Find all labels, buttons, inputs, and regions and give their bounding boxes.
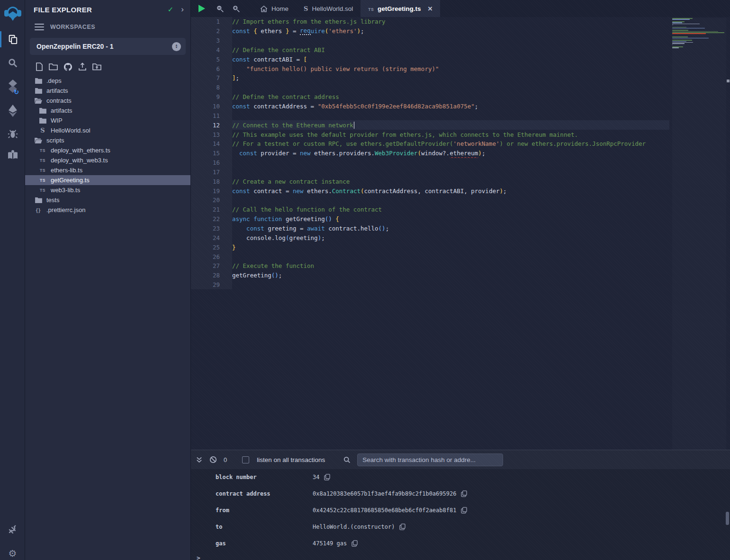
file-name: getGreeting.ts [51,177,90,184]
code-line-5[interactable]: 5const contractABI = [ [191,54,669,64]
folder-open-icon [35,98,42,104]
code-line-8[interactable]: 8 [191,83,669,92]
minimap-line [672,30,688,31]
check-icon[interactable]: ✓ [168,5,174,14]
line-content: // For a testnet or custom RPC, use ethe… [232,139,669,149]
folder-icon [35,78,42,84]
search-icon[interactable] [0,53,25,73]
chevron-right-icon[interactable]: › [181,5,184,14]
tree-item-deploy-with-ethers-ts[interactable]: TSdeploy_with_ethers.ts [25,145,190,155]
code-line-9[interactable]: 9// Define the contract address [191,92,669,102]
code-line-2[interactable]: 2const { ethers } = require('ethers'); [191,27,669,36]
code-line-4[interactable]: 4// Define the contract ABI [191,45,669,55]
code-line-29[interactable]: 29 [191,280,669,290]
tree-item-tests[interactable]: tests [25,195,190,205]
code-line-24[interactable]: 24 console.log(greeting); [191,233,669,242]
settings-icon[interactable]: ⚙ [0,543,25,560]
ruler-marker[interactable] [727,80,730,82]
code-line-1[interactable]: 1// Import ethers from the ethers.js lib… [191,17,669,27]
solidity-icon: S [39,127,46,134]
code-line-27[interactable]: 27// Execute the function [191,261,669,271]
code-line-26[interactable]: 26 [191,252,669,261]
tab-helloworld-sol[interactable]: SHelloWorld.sol [296,0,360,17]
line-number: 21 [191,205,232,214]
code-line-12[interactable]: 12// Connect to the Ethereum network [191,120,669,130]
line-content: } [232,242,669,252]
copy-icon[interactable] [351,540,358,547]
unit-testing-icon[interactable] [0,145,25,165]
code-line-28[interactable]: 28getGreeting(); [191,271,669,280]
code-line-18[interactable]: 18// Create a new contract instance [191,177,669,186]
copy-icon[interactable] [324,474,330,480]
zoom-in-icon[interactable] [228,0,244,17]
code-line-3[interactable]: 3 [191,36,669,45]
clear-console-icon[interactable] [209,456,217,463]
workspace-select[interactable]: OpenZeppelin ERC20 - 1 ▲▼ [30,38,186,55]
transaction-count: 0 [224,456,227,463]
solidity-compiler-icon[interactable]: ↻ [0,76,25,98]
code-line-14[interactable]: 14// For a testnet or custom RPC, use et… [191,139,669,149]
tree-item-scripts[interactable]: scripts [25,135,190,145]
collapse-terminal-icon[interactable] [196,456,203,463]
plugin-manager-icon[interactable] [0,520,25,540]
code-line-13[interactable]: 13// This example uses the default provi… [191,130,669,139]
zoom-out-icon[interactable] [212,0,228,17]
tree-item-helloworld-sol[interactable]: SHelloWorld.sol [25,125,190,135]
code-line-17[interactable]: 17 [191,168,669,177]
code-line-10[interactable]: 10const contractAddress = "0xb54febb5c0c… [191,102,669,111]
line-number: 17 [191,168,232,177]
workspaces-menu-icon[interactable] [35,22,44,32]
listen-checkbox[interactable] [242,456,249,463]
code-line-15[interactable]: 15 const provider = new ethers.providers… [191,149,669,158]
tree-item-contracts[interactable]: contracts [25,96,190,106]
code-line-7[interactable]: 7]; [191,73,669,83]
debugger-icon[interactable] [0,124,25,144]
terminal-scrollbar[interactable] [726,512,729,525]
file-name: deploy_with_ethers.ts [51,147,110,154]
tree-item--prettierrc-json[interactable]: {}.prettierrc.json [25,205,190,215]
copy-icon[interactable] [461,490,467,497]
terminal-search-input[interactable] [357,453,503,466]
tree-item-web3-lib-ts[interactable]: TSweb3-lib.ts [25,185,190,195]
workspace-stepper-icon[interactable]: ▲▼ [172,42,181,51]
remix-logo-icon[interactable] [0,3,25,25]
line-content: const contractAddress = "0xb54febb5c0c0f… [232,102,669,111]
line-number: 16 [191,158,232,168]
code-line-16[interactable]: 16 [191,158,669,168]
code-line-22[interactable]: 22async function getGreeting() { [191,214,669,224]
tree-item-getgreeting-ts[interactable]: TSgetGreeting.ts [25,175,190,185]
code-line-23[interactable]: 23 const greeting = await contract.hello… [191,224,669,233]
terminal-prompt[interactable]: > [191,551,730,560]
tree-item--deps[interactable]: .deps [25,76,190,86]
code-line-19[interactable]: 19const contract = new ethers.Contract(c… [191,186,669,196]
run-script-icon[interactable] [191,0,212,17]
tree-item-ethers-lib-ts[interactable]: TSethers-lib.ts [25,165,190,175]
tree-item-artifacts[interactable]: artifacts [25,86,190,96]
github-icon[interactable] [63,62,72,71]
line-number: 12 [191,120,232,130]
code-line-11[interactable]: 11 [191,111,669,120]
tree-item-artifacts[interactable]: artifacts [25,106,190,116]
copy-icon[interactable] [399,524,406,530]
line-number: 4 [191,45,232,55]
tree-item-wip[interactable]: WIP [25,116,190,125]
code-line-6[interactable]: 6 "function hello() public view returns … [191,64,669,73]
tree-item-deploy-with-web3-ts[interactable]: TSdeploy_with_web3.ts [25,155,190,165]
tab-getgreeting-ts[interactable]: TSgetGreeting.ts✕ [360,0,440,17]
tab-home[interactable]: Home [252,0,296,17]
new-file-icon[interactable] [36,62,43,71]
listen-label: listen on all transactions [257,456,325,463]
minimap[interactable] [672,18,726,450]
code-area[interactable]: 1// Import ethers from the ethers.js lib… [191,17,669,450]
close-tab-icon[interactable]: ✕ [428,5,433,12]
upload-folder-icon[interactable] [92,63,101,71]
code-line-25[interactable]: 25} [191,242,669,252]
line-number: 13 [191,130,232,139]
code-line-21[interactable]: 21// Call the hello function of the cont… [191,205,669,214]
copy-icon[interactable] [461,507,467,514]
new-folder-icon[interactable] [49,63,58,71]
upload-file-icon[interactable] [78,62,87,71]
deploy-run-icon[interactable] [0,101,25,121]
code-line-20[interactable]: 20 [191,196,669,205]
file-explorer-icon[interactable] [0,29,25,49]
